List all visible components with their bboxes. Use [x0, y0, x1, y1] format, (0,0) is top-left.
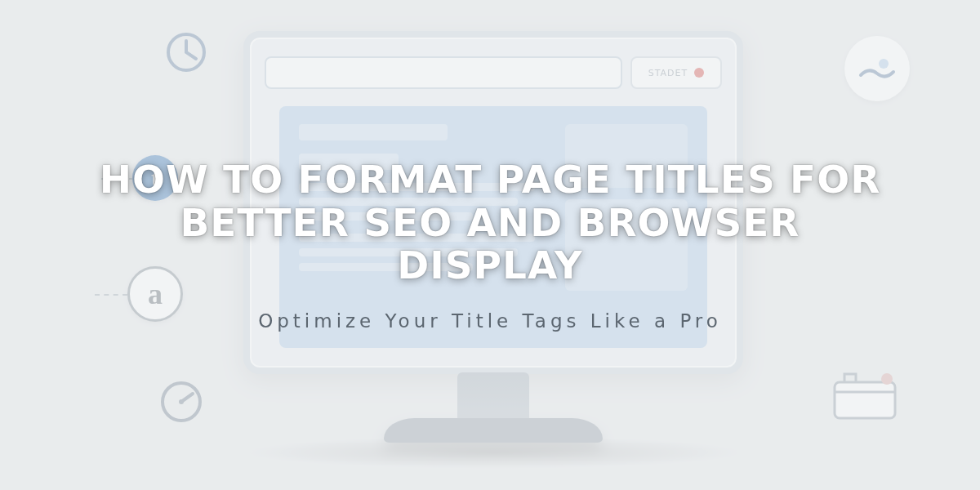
hero-copy: HOW TO FORMAT PAGE TITLES FOR BETTER SEO… [0, 0, 980, 490]
hero-banner: t a STADET [0, 0, 980, 490]
hero-subtitle: Optimize Your Title Tags Like a Pro [258, 310, 722, 332]
hero-title: HOW TO FORMAT PAGE TITLES FOR BETTER SEO… [82, 158, 898, 287]
